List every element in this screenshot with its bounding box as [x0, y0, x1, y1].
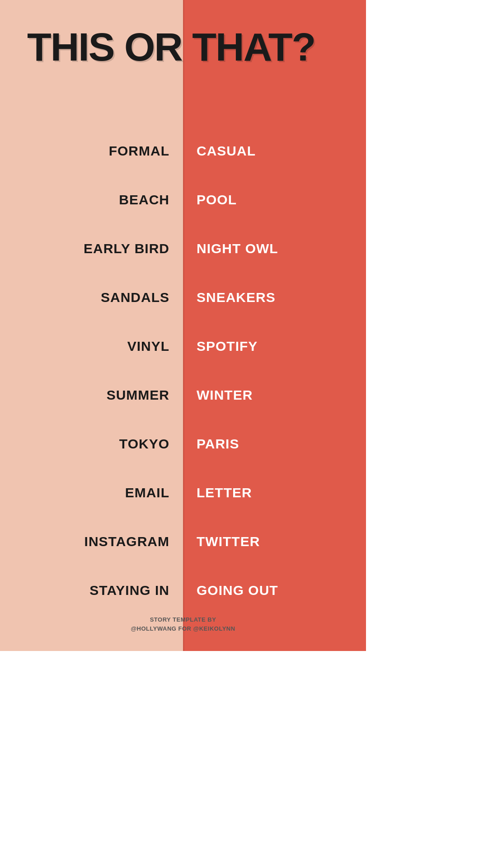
- item-text-right-0: CASUAL: [197, 143, 256, 159]
- item-text-right-4: SPOTIFY: [197, 339, 258, 354]
- item-left-3: SANDALS: [0, 290, 183, 305]
- item-text-left-0: FORMAL: [109, 143, 169, 159]
- item-text-left-3: SANDALS: [101, 290, 169, 305]
- item-right-8: TWITTER: [183, 534, 366, 549]
- item-right-3: SNEAKERS: [183, 290, 366, 305]
- item-right-6: PARIS: [183, 436, 366, 452]
- item-text-right-3: SNEAKERS: [197, 290, 276, 305]
- page-title: THIS OR THAT?: [27, 27, 348, 67]
- item-left-9: STAYING IN: [0, 583, 183, 598]
- divider: [183, 0, 184, 651]
- item-right-0: CASUAL: [183, 143, 366, 159]
- item-right-7: LETTER: [183, 485, 366, 500]
- item-left-4: VINYL: [0, 339, 183, 354]
- item-text-left-9: STAYING IN: [89, 583, 169, 598]
- item-right-5: WINTER: [183, 387, 366, 403]
- main-container: THIS OR THAT? FORMALCASUALBEACHPOOLEARLY…: [0, 0, 366, 651]
- item-left-7: EMAIL: [0, 485, 183, 500]
- item-left-5: SUMMER: [0, 387, 183, 403]
- item-text-left-1: BEACH: [119, 192, 169, 208]
- item-text-right-9: GOING OUT: [197, 583, 278, 598]
- item-text-right-6: PARIS: [197, 436, 239, 452]
- item-right-9: GOING OUT: [183, 583, 366, 598]
- item-right-1: POOL: [183, 192, 366, 208]
- item-text-right-5: WINTER: [197, 387, 253, 403]
- item-text-left-2: EARLY BIRD: [84, 241, 169, 256]
- item-text-right-8: TWITTER: [197, 534, 260, 549]
- item-text-right-7: LETTER: [197, 485, 252, 500]
- item-text-left-6: TOKYO: [119, 436, 169, 452]
- item-text-right-1: POOL: [197, 192, 237, 208]
- item-left-8: INSTAGRAM: [0, 534, 183, 549]
- item-left-1: BEACH: [0, 192, 183, 208]
- item-right-4: SPOTIFY: [183, 339, 366, 354]
- item-text-left-8: INSTAGRAM: [84, 534, 169, 549]
- item-text-left-5: SUMMER: [107, 387, 169, 403]
- item-text-right-2: NIGHT OWL: [197, 241, 278, 256]
- item-left-6: TOKYO: [0, 436, 183, 452]
- item-text-left-7: EMAIL: [125, 485, 169, 500]
- title-area: THIS OR THAT?: [0, 0, 366, 85]
- item-left-0: FORMAL: [0, 143, 183, 159]
- item-right-2: NIGHT OWL: [183, 241, 366, 256]
- item-left-2: EARLY BIRD: [0, 241, 183, 256]
- item-text-left-4: VINYL: [127, 339, 169, 354]
